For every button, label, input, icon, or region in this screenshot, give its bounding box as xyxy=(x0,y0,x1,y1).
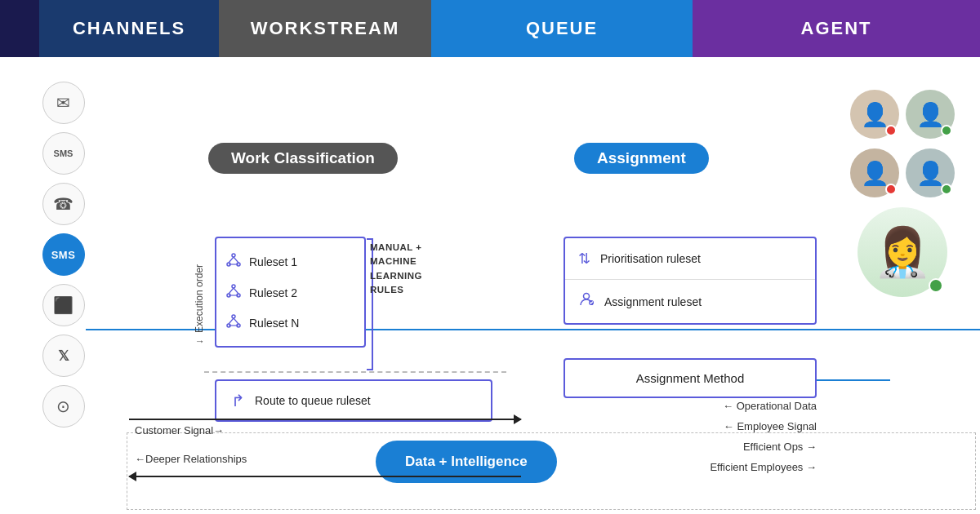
header-agent: AGENT xyxy=(693,0,980,57)
agent-area: 👤 👤 👤 👤 👩‍⚕️ xyxy=(833,73,972,416)
agent-middle-row: 👤 👤 xyxy=(833,148,972,197)
sidebar-sms-icon[interactable]: SMS xyxy=(42,132,85,175)
agent-4-status-dot xyxy=(941,184,952,195)
agent-large-avatar-wrap: 👩‍⚕️ xyxy=(858,207,947,297)
svg-line-10 xyxy=(234,288,238,294)
ruleset-2-label: Ruleset 2 xyxy=(249,286,297,299)
svg-point-12 xyxy=(232,315,235,318)
header-bar: CHANNELS WORKSTREAM QUEUE AGENT xyxy=(0,0,980,57)
long-left-arrow xyxy=(129,476,521,477)
svg-line-9 xyxy=(229,288,234,294)
route-to-queue-box[interactable]: ↱ Route to queue ruleset xyxy=(215,379,492,422)
sidebar-sms-active-icon[interactable]: SMS xyxy=(42,233,85,276)
ruleset-n-item[interactable]: Ruleset N xyxy=(226,308,354,338)
sidebar-email-icon[interactable]: ✉ xyxy=(42,82,85,124)
agent-avatar-2-wrap: 👤 xyxy=(906,90,955,139)
employee-signal-label: ← Employee Signal xyxy=(724,420,817,432)
sms-text-icon: SMS xyxy=(54,148,74,158)
operational-data-label: ← Operational Data xyxy=(723,400,817,412)
sidebar-box-icon[interactable]: ⬛ xyxy=(42,284,85,326)
svg-line-4 xyxy=(234,257,238,263)
assignment-ruleset-item[interactable]: Assignment ruleset xyxy=(565,280,815,323)
workstream-label: WORKSTREAM xyxy=(251,18,400,39)
sidebar: ✉ SMS ☎ SMS ⬛ 𝕏 ⊙ xyxy=(0,57,127,514)
agent-2-status-dot xyxy=(941,125,952,136)
svg-line-16 xyxy=(234,318,238,324)
work-classification-pill: Work Classification xyxy=(208,143,398,174)
phone-icon: ☎ xyxy=(53,194,74,214)
agent-avatar-3-wrap: 👤 xyxy=(850,148,899,197)
down-arrow-icon: ↓ xyxy=(194,339,205,344)
work-classification-title-container: Work Classification xyxy=(208,143,398,188)
ruleset-n-icon xyxy=(226,314,241,331)
sms-active-icon: SMS xyxy=(51,249,76,261)
svg-point-18 xyxy=(584,294,590,299)
messenger-icon: ⊙ xyxy=(56,397,70,416)
agent-top-row: 👤 👤 xyxy=(833,90,972,139)
svg-line-15 xyxy=(229,318,234,324)
assignment-method-label: Assignment Method xyxy=(636,371,745,385)
agent-1-status-dot xyxy=(885,125,897,136)
ruleset-1-label: Ruleset 1 xyxy=(249,255,297,268)
route-to-queue-label: Route to queue ruleset xyxy=(255,394,371,407)
svg-line-3 xyxy=(229,257,234,263)
assignment-ruleset-label: Assignment ruleset xyxy=(604,295,702,308)
header-queue: QUEUE xyxy=(431,0,693,57)
data-intelligence-label: Data + Intelligence xyxy=(405,454,528,469)
agent-avatar-1-wrap: 👤 xyxy=(850,90,899,139)
ml-text-block: MANUAL + MACHINE LEARNING RULES xyxy=(370,241,452,297)
rulesets-box: Ruleset 1 Ruleset 2 xyxy=(215,237,366,348)
long-right-arrow xyxy=(129,419,521,420)
queue-label: QUEUE xyxy=(526,18,598,39)
assignment-label: Assignment xyxy=(597,149,686,167)
svg-point-0 xyxy=(232,254,235,257)
agent-large-avatar-row: 👩‍⚕️ xyxy=(833,207,972,297)
efficient-employees-label: Efficient Employees → xyxy=(710,461,817,473)
sidebar-messenger-icon[interactable]: ⊙ xyxy=(42,385,85,428)
svg-point-6 xyxy=(232,285,235,288)
header-left-segment xyxy=(0,0,39,57)
work-classification-label: Work Classification xyxy=(231,149,375,167)
sort-icon: ⇅ xyxy=(578,250,590,268)
prioritisation-ruleset-item[interactable]: ⇅ Prioritisation ruleset xyxy=(565,238,815,280)
main-content: ✉ SMS ☎ SMS ⬛ 𝕏 ⊙ Work Classification As… xyxy=(0,57,980,514)
email-icon: ✉ xyxy=(56,93,70,113)
doctor-avatar-icon: 👩‍⚕️ xyxy=(873,224,932,280)
prioritisation-ruleset-label: Prioritisation ruleset xyxy=(600,252,701,265)
person-assign-icon xyxy=(578,291,595,312)
efficient-ops-label: Efficient Ops → xyxy=(743,441,817,453)
ruleset-2-icon xyxy=(226,284,241,301)
customer-signal-label: Customer Signal→ xyxy=(135,424,224,436)
assignment-title-container: Assignment xyxy=(574,143,709,188)
agent-large-status-dot xyxy=(929,278,943,293)
assignment-items-box: ⇅ Prioritisation ruleset Assignment rule… xyxy=(564,237,817,325)
header-channels: CHANNELS xyxy=(39,0,219,57)
agent-avatar-4-wrap: 👤 xyxy=(906,148,955,197)
deeper-relationships-label: ←Deeper Relationships xyxy=(135,453,247,465)
twitter-icon: 𝕏 xyxy=(58,348,69,365)
agent-label: AGENT xyxy=(801,18,872,39)
channels-label: CHANNELS xyxy=(73,18,185,39)
route-icon: ↱ xyxy=(231,391,245,410)
dashed-separator xyxy=(204,371,506,373)
header-workstream: WORKSTREAM xyxy=(219,0,431,57)
ruleset-1-icon xyxy=(226,253,241,271)
assignment-method-box[interactable]: Assignment Method xyxy=(564,358,817,398)
ruleset-2-item[interactable]: Ruleset 2 xyxy=(226,277,354,308)
agent-3-status-dot xyxy=(885,184,897,195)
execution-order-label: ↓ Execution order xyxy=(194,237,205,371)
assignment-pill: Assignment xyxy=(574,143,709,174)
sidebar-phone-icon[interactable]: ☎ xyxy=(42,183,85,225)
box-icon: ⬛ xyxy=(53,295,74,315)
ruleset-1-item[interactable]: Ruleset 1 xyxy=(226,246,354,277)
sidebar-twitter-icon[interactable]: 𝕏 xyxy=(42,335,85,377)
ruleset-n-label: Ruleset N xyxy=(249,317,299,330)
